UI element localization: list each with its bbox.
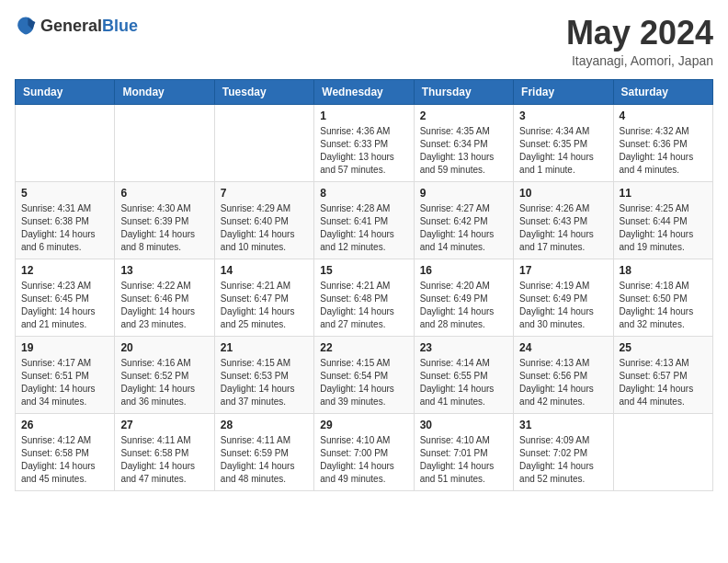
day-info: Sunrise: 4:29 AM Sunset: 6:40 PM Dayligh… [221,202,308,254]
day-of-week-header: Wednesday [314,79,414,104]
day-info: Sunrise: 4:11 AM Sunset: 6:58 PM Dayligh… [120,434,208,486]
calendar-table: SundayMondayTuesdayWednesdayThursdayFrid… [15,79,713,491]
day-of-week-header: Saturday [613,79,712,104]
day-info: Sunrise: 4:17 AM Sunset: 6:51 PM Dayligh… [21,357,108,408]
calendar-cell: 23Sunrise: 4:14 AM Sunset: 6:55 PM Dayli… [414,336,513,413]
day-number: 26 [21,419,108,431]
day-info: Sunrise: 4:30 AM Sunset: 6:39 PM Dayligh… [120,202,208,254]
day-number: 15 [320,264,407,277]
day-info: Sunrise: 4:11 AM Sunset: 6:59 PM Dayligh… [221,434,308,486]
calendar-cell: 7Sunrise: 4:29 AM Sunset: 6:40 PM Daylig… [214,181,313,259]
calendar-cell [613,413,712,490]
day-info: Sunrise: 4:13 AM Sunset: 6:56 PM Dayligh… [519,357,607,408]
day-info: Sunrise: 4:34 AM Sunset: 6:35 PM Dayligh… [519,125,607,177]
day-number: 3 [519,109,607,122]
day-info: Sunrise: 4:22 AM Sunset: 6:46 PM Dayligh… [120,280,208,331]
day-number: 8 [320,187,407,200]
title-block: May 2024 Itayanagi, Aomori, Japan [566,15,713,68]
day-number: 4 [620,109,707,122]
calendar-cell: 28Sunrise: 4:11 AM Sunset: 6:59 PM Dayli… [214,413,313,490]
day-number: 28 [221,419,308,431]
day-number: 12 [21,264,108,277]
calendar-cell: 13Sunrise: 4:22 AM Sunset: 6:46 PM Dayli… [115,259,214,336]
day-number: 29 [320,419,407,431]
day-info: Sunrise: 4:36 AM Sunset: 6:33 PM Dayligh… [320,125,407,177]
day-number: 27 [120,419,208,431]
day-number: 22 [320,341,407,354]
day-number: 13 [120,264,208,277]
calendar-cell: 14Sunrise: 4:21 AM Sunset: 6:47 PM Dayli… [214,259,313,336]
day-info: Sunrise: 4:21 AM Sunset: 6:48 PM Dayligh… [320,280,407,331]
day-of-week-header: Sunday [16,79,115,104]
location-title: Itayanagi, Aomori, Japan [566,53,713,68]
calendar-cell: 9Sunrise: 4:27 AM Sunset: 6:42 PM Daylig… [414,181,513,259]
day-info: Sunrise: 4:13 AM Sunset: 6:57 PM Dayligh… [620,357,707,408]
month-title: May 2024 [566,15,713,52]
day-info: Sunrise: 4:15 AM Sunset: 6:54 PM Dayligh… [320,357,407,408]
day-info: Sunrise: 4:28 AM Sunset: 6:41 PM Dayligh… [320,202,407,254]
calendar-cell: 21Sunrise: 4:15 AM Sunset: 6:53 PM Dayli… [214,336,313,413]
day-number: 25 [620,341,707,354]
calendar-week-row: 26Sunrise: 4:12 AM Sunset: 6:58 PM Dayli… [16,413,713,490]
day-info: Sunrise: 4:19 AM Sunset: 6:49 PM Dayligh… [519,280,607,331]
calendar-cell: 15Sunrise: 4:21 AM Sunset: 6:48 PM Dayli… [314,259,414,336]
logo: GeneralBlue [15,15,138,37]
calendar-cell: 4Sunrise: 4:32 AM Sunset: 6:36 PM Daylig… [613,104,712,181]
day-info: Sunrise: 4:20 AM Sunset: 6:49 PM Dayligh… [420,280,507,331]
calendar-cell: 24Sunrise: 4:13 AM Sunset: 6:56 PM Dayli… [514,336,613,413]
day-number: 24 [519,341,607,354]
calendar-cell: 8Sunrise: 4:28 AM Sunset: 6:41 PM Daylig… [314,181,414,259]
calendar-cell: 29Sunrise: 4:10 AM Sunset: 7:00 PM Dayli… [314,413,414,490]
day-info: Sunrise: 4:09 AM Sunset: 7:02 PM Dayligh… [519,434,607,486]
calendar-cell: 20Sunrise: 4:16 AM Sunset: 6:52 PM Dayli… [115,336,214,413]
calendar-cell: 30Sunrise: 4:10 AM Sunset: 7:01 PM Dayli… [414,413,513,490]
calendar-cell [16,104,115,181]
calendar-week-row: 19Sunrise: 4:17 AM Sunset: 6:51 PM Dayli… [16,336,713,413]
day-number: 5 [21,187,108,200]
calendar-cell: 19Sunrise: 4:17 AM Sunset: 6:51 PM Dayli… [16,336,115,413]
day-number: 18 [620,264,707,277]
day-info: Sunrise: 4:31 AM Sunset: 6:38 PM Dayligh… [21,202,108,254]
day-number: 21 [221,341,308,354]
calendar-cell: 5Sunrise: 4:31 AM Sunset: 6:38 PM Daylig… [16,181,115,259]
day-number: 17 [519,264,607,277]
calendar-cell: 11Sunrise: 4:25 AM Sunset: 6:44 PM Dayli… [613,181,712,259]
day-number: 30 [420,419,507,431]
day-of-week-header: Tuesday [214,79,313,104]
logo-text-general: General [40,17,102,35]
day-info: Sunrise: 4:18 AM Sunset: 6:50 PM Dayligh… [620,280,707,331]
day-info: Sunrise: 4:25 AM Sunset: 6:44 PM Dayligh… [620,202,707,254]
day-info: Sunrise: 4:15 AM Sunset: 6:53 PM Dayligh… [221,357,308,408]
day-info: Sunrise: 4:12 AM Sunset: 6:58 PM Dayligh… [21,434,108,486]
calendar-week-row: 1Sunrise: 4:36 AM Sunset: 6:33 PM Daylig… [16,104,713,181]
calendar-cell: 25Sunrise: 4:13 AM Sunset: 6:57 PM Dayli… [613,336,712,413]
calendar-cell: 2Sunrise: 4:35 AM Sunset: 6:34 PM Daylig… [414,104,513,181]
calendar-week-row: 12Sunrise: 4:23 AM Sunset: 6:45 PM Dayli… [16,259,713,336]
day-number: 16 [420,264,507,277]
day-number: 2 [420,109,507,122]
calendar-cell: 12Sunrise: 4:23 AM Sunset: 6:45 PM Dayli… [16,259,115,336]
day-info: Sunrise: 4:14 AM Sunset: 6:55 PM Dayligh… [420,357,507,408]
calendar-cell: 26Sunrise: 4:12 AM Sunset: 6:58 PM Dayli… [16,413,115,490]
day-info: Sunrise: 4:32 AM Sunset: 6:36 PM Dayligh… [620,125,707,177]
day-number: 23 [420,341,507,354]
day-of-week-header: Monday [115,79,214,104]
day-of-week-header: Thursday [414,79,513,104]
calendar-header-row: SundayMondayTuesdayWednesdayThursdayFrid… [16,79,713,104]
day-number: 14 [221,264,308,277]
page-header: GeneralBlue May 2024 Itayanagi, Aomori, … [15,15,713,68]
calendar-week-row: 5Sunrise: 4:31 AM Sunset: 6:38 PM Daylig… [16,181,713,259]
calendar-cell: 6Sunrise: 4:30 AM Sunset: 6:39 PM Daylig… [115,181,214,259]
day-info: Sunrise: 4:27 AM Sunset: 6:42 PM Dayligh… [420,202,507,254]
day-number: 11 [620,187,707,200]
day-number: 31 [519,419,607,431]
day-number: 1 [320,109,407,122]
day-info: Sunrise: 4:26 AM Sunset: 6:43 PM Dayligh… [519,202,607,254]
calendar-cell: 31Sunrise: 4:09 AM Sunset: 7:02 PM Dayli… [514,413,613,490]
day-info: Sunrise: 4:10 AM Sunset: 7:00 PM Dayligh… [320,434,407,486]
day-number: 9 [420,187,507,200]
day-info: Sunrise: 4:35 AM Sunset: 6:34 PM Dayligh… [420,125,507,177]
day-info: Sunrise: 4:16 AM Sunset: 6:52 PM Dayligh… [120,357,208,408]
day-number: 20 [120,341,208,354]
day-number: 6 [120,187,208,200]
